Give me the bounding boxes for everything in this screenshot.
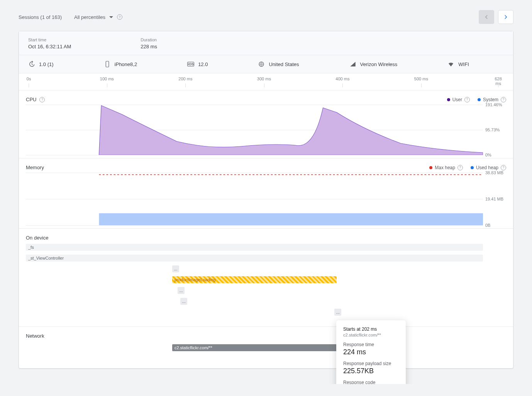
legend-dot-system (478, 98, 481, 101)
memory-area-plot (26, 173, 483, 225)
cpu-title: CPU (26, 97, 36, 102)
tooltip-size-label: Response payload size (343, 361, 399, 366)
start-time-value: Oct 16, 6:32:11 AM (28, 44, 71, 49)
axis-label: 19.41 MB (485, 197, 505, 201)
trace-small[interactable]: ... (178, 287, 185, 294)
help-icon[interactable]: ? (457, 165, 463, 170)
timeline-ruler: 0s 100 ms 200 ms 300 ms 400 ms 500 ms 62… (19, 73, 513, 90)
wifi-icon (447, 61, 454, 68)
network-tooltip: Starts at 202 ms c2.staticflickr.com/** … (336, 320, 406, 384)
svg-rect-3 (99, 213, 483, 225)
legend-user: User (452, 97, 462, 102)
signal-icon (349, 61, 356, 68)
help-icon[interactable]: ? (39, 97, 45, 102)
help-icon[interactable]: ? (464, 97, 470, 102)
chevron-down-icon (109, 16, 113, 18)
ondevice-title: On device (26, 235, 49, 241)
svg-rect-0 (106, 61, 109, 67)
percentiles-label: All percentiles (74, 14, 105, 20)
legend-system: System (483, 97, 498, 102)
help-icon[interactable]: ? (117, 14, 122, 20)
next-button[interactable] (498, 10, 513, 24)
start-time-label: Start time (28, 37, 71, 42)
axis-label: 191.46% (485, 102, 505, 107)
trace-st-viewcontroller[interactable]: _st_ViewController (26, 255, 483, 262)
history-icon (28, 61, 35, 68)
country: United States (269, 61, 299, 67)
carrier: Verizon Wireless (360, 61, 398, 67)
globe-icon (258, 61, 265, 68)
tooltip-code-label: Response code (343, 380, 399, 384)
tooltip-url: c2.staticflickr.com/** (343, 333, 399, 337)
axis-label: 0% (485, 153, 505, 157)
os-version: 12.0 (198, 61, 208, 67)
network-title: Network (26, 333, 44, 339)
tooltip-size-value: 225.57KB (343, 367, 399, 375)
axis-label: 0B (485, 223, 505, 228)
chevron-right-icon (502, 14, 509, 20)
tick: 500 ms (414, 76, 428, 81)
tick: 300 ms (257, 76, 271, 81)
tick: 200 ms (178, 76, 192, 81)
network-section: Network c2.staticflickr.com/** Starts at… (19, 327, 513, 368)
help-icon[interactable]: ? (501, 165, 506, 170)
memory-title: Memory (26, 165, 44, 170)
tick: 400 ms (335, 76, 349, 81)
legend-maxheap: Max heap (435, 165, 455, 170)
percentiles-dropdown[interactable]: All percentiles ? (74, 14, 122, 20)
phone-icon (104, 61, 111, 68)
trace-product-image[interactable]: productImageLoading (172, 276, 337, 283)
duration-value: 228 ms (141, 44, 157, 49)
tooltip-rt-value: 224 ms (343, 348, 399, 356)
device-model: iPhone8,2 (115, 61, 137, 67)
meta-row: Start time Oct 16, 6:32:11 AM Duration 2… (19, 31, 513, 55)
connection: WIFI (458, 61, 469, 67)
tick: 100 ms (100, 76, 114, 81)
ios-icon: iOS (187, 62, 194, 66)
trace-small[interactable]: ... (334, 309, 341, 316)
axis-label: 95.73% (485, 127, 505, 132)
trace-fs[interactable]: _fs (26, 244, 483, 251)
legend-dot-usedheap (471, 166, 474, 169)
cpu-area-plot (26, 105, 483, 155)
legend-dot-user (447, 98, 450, 101)
chevron-left-icon (483, 14, 490, 20)
memory-section: Memory Max heap? Used heap? 38.83 MB 19.… (19, 158, 513, 229)
prev-button (479, 10, 494, 24)
help-icon[interactable]: ? (501, 97, 506, 102)
app-version: 1.0 (1) (39, 61, 54, 67)
cpu-chart[interactable]: 191.46% 95.73% 0% (26, 105, 483, 155)
sessions-counter: Sessions (1 of 163) (19, 14, 62, 20)
trace-small[interactable]: ... (172, 265, 179, 272)
trace-network-request[interactable]: c2.staticflickr.com/** (172, 344, 337, 351)
top-bar: Sessions (1 of 163) All percentiles ? (19, 8, 513, 31)
tick: 628 ms (493, 76, 503, 86)
tooltip-rt-label: Response time (343, 342, 399, 347)
cpu-section: CPU ? User? System? 191.46% 95.73% 0% (19, 90, 513, 158)
memory-chart[interactable]: 38.83 MB 19.41 MB 0B (26, 173, 483, 225)
session-card: Start time Oct 16, 6:32:11 AM Duration 2… (19, 31, 513, 369)
trace-small[interactable]: ... (180, 298, 187, 305)
tick: 0s (27, 76, 31, 81)
axis-label: 38.83 MB (485, 170, 505, 175)
ondevice-section: On device _fs _st_ViewController ... pro… (19, 229, 513, 327)
device-row: 1.0 (1) iPhone8,2 iOS 12.0 United States… (19, 55, 513, 73)
legend-usedheap: Used heap (476, 165, 498, 170)
legend-dot-maxheap (429, 166, 432, 169)
duration-label: Duration (141, 37, 157, 42)
tooltip-starts-at: Starts at 202 ms (343, 326, 399, 332)
